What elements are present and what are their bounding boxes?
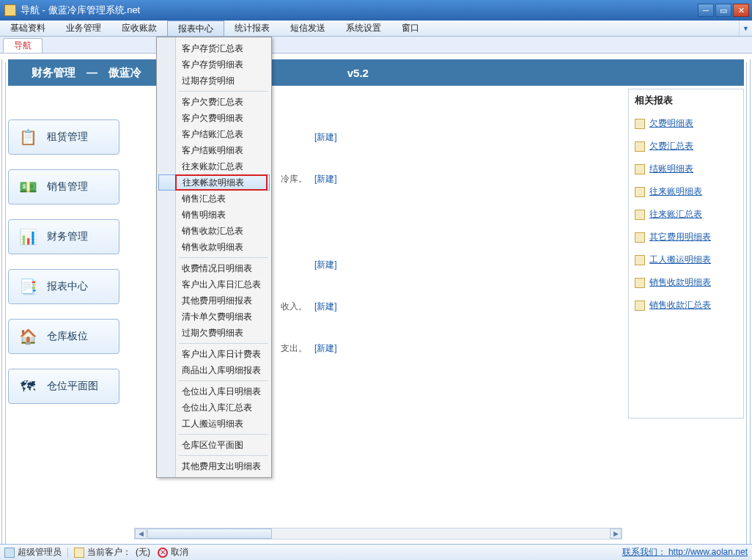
sidebar-finance[interactable]: 📊财务管理 (8, 219, 119, 254)
menu-window[interactable]: 窗口 (391, 21, 430, 36)
dd-item[interactable]: 客户出入库日汇总表 (157, 276, 271, 292)
menu-sms[interactable]: 短信发送 (280, 21, 336, 36)
dd-item[interactable]: 过期存货明细 (157, 73, 271, 89)
tab-navigation[interactable]: 导航 (3, 38, 43, 53)
report-link[interactable]: 销售收款明细表 (635, 276, 737, 289)
dd-item[interactable]: 销售明细表 (157, 207, 271, 223)
dd-item[interactable]: 销售收款明细表 (157, 239, 271, 255)
title-bar: 导航 - 傲蓝冷库管理系统.net ─ ▭ ✕ (0, 0, 752, 21)
file-icon (635, 278, 645, 288)
dd-item[interactable]: 收费情况日明细表 (157, 260, 271, 276)
report-link-label: 欠费明细表 (649, 117, 693, 130)
scroll-thumb[interactable] (147, 528, 272, 539)
new-link[interactable]: [新建] (314, 259, 337, 271)
dd-item[interactable]: 客户欠费汇总表 (157, 94, 271, 110)
menu-receivable[interactable]: 应收账款 (111, 21, 167, 36)
dd-item[interactable]: 客户结账明细表 (157, 142, 271, 158)
report-link[interactable]: 销售收款汇总表 (635, 299, 737, 312)
close-button[interactable]: ✕ (733, 4, 749, 17)
horizontal-scrollbar[interactable]: ◀ ▶ (134, 528, 622, 539)
menu-settings[interactable]: 系统设置 (336, 21, 391, 36)
dd-item-highlighted[interactable]: 往来帐款明细表 (158, 174, 270, 191)
report-link-label: 往来账汇总表 (649, 208, 702, 221)
report-link[interactable]: 欠费明细表 (635, 117, 737, 130)
sidebar-item-label: 销售管理 (47, 180, 88, 194)
new-link[interactable]: [新建] (314, 342, 337, 355)
file-icon (635, 164, 645, 174)
sidebar-item-label: 仓库板位 (47, 330, 88, 343)
page-text: 冷库。 (281, 173, 307, 185)
sidebar-item-label: 仓位平面图 (47, 380, 98, 393)
minimize-button[interactable]: ─ (698, 4, 714, 17)
dd-item[interactable]: 客户存货明细表 (157, 56, 271, 73)
report-link[interactable]: 工人搬运明细表 (635, 254, 737, 266)
report-link[interactable]: 其它费用明细表 (635, 231, 737, 243)
report-link-label: 其它费用明细表 (649, 231, 711, 243)
report-link[interactable]: 结账明细表 (635, 163, 737, 175)
banner: 财务管理 — 傲蓝冷 v5.2 (8, 59, 744, 86)
page-text: 收入。 (281, 301, 307, 313)
report-dropdown-menu: 客户存货汇总表 客户存货明细表 过期存货明细 客户欠费汇总表 客户欠费明细表 客… (156, 37, 272, 478)
sidebar-reports[interactable]: 📑报表中心 (8, 269, 119, 304)
sidebar-rental[interactable]: 📋租赁管理 (8, 119, 119, 155)
dd-item[interactable]: 其他费用明细报表 (157, 292, 271, 309)
tab-strip: 导航 (0, 37, 752, 54)
new-link[interactable]: [新建] (314, 173, 337, 185)
app-icon (4, 4, 16, 16)
sidebar-warehouse[interactable]: 🏠仓库板位 (8, 319, 119, 354)
related-reports-panel: 相关报表 欠费明细表 欠费汇总表 结账明细表 往来账明细表 往来账汇总表 其它费… (628, 89, 744, 419)
report-link-label: 欠费汇总表 (649, 140, 693, 152)
dd-item[interactable]: 往来账款汇总表 (157, 158, 271, 174)
dd-item[interactable]: 客户存货汇总表 (157, 40, 271, 56)
menu-separator (179, 380, 268, 381)
user-icon (4, 548, 15, 558)
dd-item[interactable]: 仓位出入库日明细表 (157, 383, 271, 399)
menu-bar: 基础资料 业务管理 应收账款 报表中心 统计报表 短信发送 系统设置 窗口 ▼ (0, 21, 752, 37)
sidebar-floorplan[interactable]: 🗺仓位平面图 (8, 369, 119, 404)
menu-basic[interactable]: 基础资料 (0, 21, 56, 36)
dd-item[interactable]: 工人搬运明细表 (157, 416, 271, 432)
status-cancel[interactable]: 取消 (171, 546, 188, 559)
sidebar: 📋租赁管理 💵销售管理 📊财务管理 📑报表中心 🏠仓库板位 🗺仓位平面图 (8, 92, 125, 419)
money-icon: 💵 (18, 177, 38, 197)
dd-item[interactable]: 仓库区位平面图 (157, 437, 271, 453)
dd-item[interactable]: 销售收款汇总表 (157, 223, 271, 239)
file-icon (635, 301, 645, 311)
sidebar-item-label: 租赁管理 (47, 130, 88, 144)
scroll-left-button[interactable]: ◀ (135, 528, 147, 539)
menu-report-center[interactable]: 报表中心 (167, 21, 224, 36)
contact-link[interactable]: http://www.aolan.net (668, 547, 748, 557)
report-link[interactable]: 往来账汇总表 (635, 208, 737, 221)
dd-item[interactable]: 销售汇总表 (157, 191, 271, 207)
report-link[interactable]: 往来账明细表 (635, 185, 737, 198)
file-icon (635, 119, 645, 129)
sidebar-item-label: 财务管理 (47, 230, 88, 243)
file-icon (635, 255, 645, 265)
maximize-button[interactable]: ▭ (715, 4, 731, 17)
window-controls: ─ ▭ ✕ (698, 4, 749, 17)
dd-item[interactable]: 客户出入库日计费表 (157, 346, 271, 362)
dd-item[interactable]: 客户欠费明细表 (157, 110, 271, 126)
report-icon: 📑 (18, 276, 38, 297)
dd-item[interactable]: 清卡单欠费明细表 (157, 309, 271, 325)
scroll-right-button[interactable]: ▶ (610, 528, 622, 539)
dd-item[interactable]: 商品出入库明细报表 (157, 362, 271, 378)
cancel-icon[interactable]: ✕ (158, 548, 168, 558)
dd-item[interactable]: 其他费用支出明细表 (157, 458, 271, 474)
dd-item[interactable]: 客户结账汇总表 (157, 126, 271, 142)
new-link[interactable]: [新建] (314, 301, 337, 313)
new-link[interactable]: [新建] (314, 131, 337, 144)
menu-separator (179, 343, 268, 344)
dd-item[interactable]: 仓位出入库汇总表 (157, 399, 271, 416)
menu-overflow-icon[interactable]: ▼ (739, 21, 752, 36)
menu-separator (179, 257, 268, 258)
report-link[interactable]: 欠费汇总表 (635, 140, 737, 152)
banner-title: 财务管理 — 傲蓝冷 (32, 66, 141, 80)
menu-separator (179, 434, 268, 435)
status-user: 超级管理员 (18, 546, 62, 559)
sidebar-sales[interactable]: 💵销售管理 (8, 169, 119, 205)
dd-item[interactable]: 过期欠费明细表 (157, 325, 271, 341)
menu-stats[interactable]: 统计报表 (224, 21, 280, 36)
menu-business[interactable]: 业务管理 (56, 21, 111, 36)
file-icon (635, 210, 645, 220)
